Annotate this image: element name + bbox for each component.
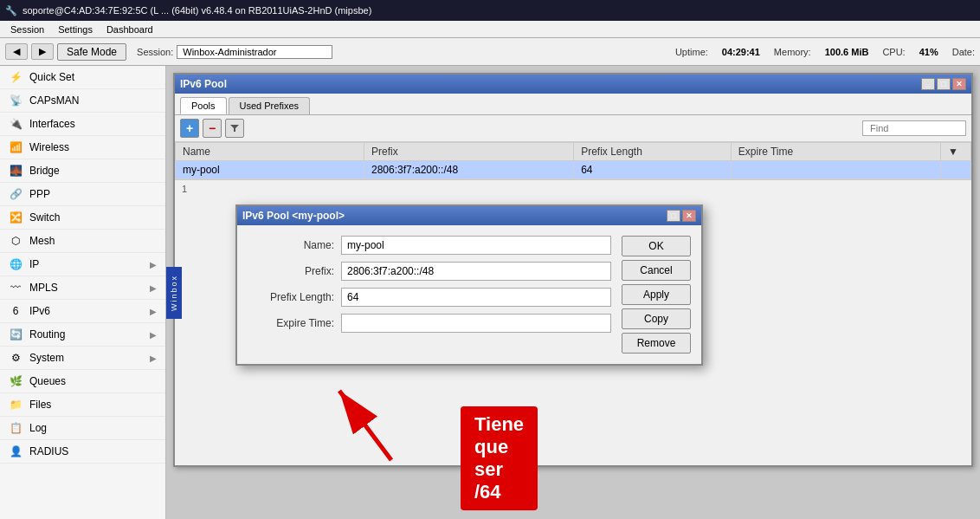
menu-dashboard[interactable]: Dashboard (100, 23, 160, 36)
cell-prefix_length: 64 (574, 161, 732, 179)
sidebar-item-routing[interactable]: 🔄Routing▶ (0, 323, 165, 347)
copy-button[interactable]: Copy (622, 308, 691, 329)
menu-settings[interactable]: Settings (51, 23, 100, 36)
dialog-controls: □ ✕ (667, 210, 696, 222)
title-bar-text: soporte@C4:AD:34:7E:92:5C (L ... (64bit)… (23, 5, 975, 16)
sidebar-icon-quick-set: ⚡ (9, 70, 23, 84)
sidebar-label-files: Files (29, 399, 157, 411)
sidebar-label-interfaces: Interfaces (29, 118, 157, 130)
sidebar-label-bridge: Bridge (29, 165, 157, 177)
field-row-prefix: Prefix: (248, 262, 611, 281)
svg-line-2 (339, 391, 391, 460)
col-dropdown[interactable]: ▼ (940, 143, 970, 161)
apply-button[interactable]: Apply (622, 284, 691, 305)
forward-button[interactable]: ▶ (31, 43, 54, 60)
menu-session[interactable]: Session (3, 23, 51, 36)
tab-pools[interactable]: Pools (180, 97, 227, 114)
sidebar-arrow-ip: ▶ (150, 260, 157, 269)
sidebar-icon-switch: 🔀 (9, 211, 23, 224)
svg-marker-0 (230, 125, 239, 132)
tabs: Pools Used Prefixes (175, 94, 971, 115)
sidebar-item-ppp[interactable]: 🔗PPP (0, 183, 165, 206)
sidebar-item-switch[interactable]: 🔀Switch (0, 206, 165, 230)
field-label-expire-time: Expire Time: (248, 317, 334, 329)
row-count: 1 (175, 179, 971, 198)
sidebar-item-queues[interactable]: 🌿Queues (0, 370, 165, 393)
sidebar-arrow-system: ▶ (150, 354, 157, 363)
sidebar-icon-queues: 🌿 (9, 374, 23, 388)
sidebar-icon-system: ⚙ (9, 351, 23, 365)
cell-name: my-pool (176, 161, 364, 179)
sidebar-icon-routing: 🔄 (9, 328, 23, 341)
close-button[interactable]: ✕ (952, 78, 966, 90)
sidebar-arrow-ipv6: ▶ (150, 307, 157, 316)
sidebar-item-ip[interactable]: 🌐IP▶ (0, 253, 165, 276)
sidebar-label-mesh: Mesh (29, 235, 157, 247)
dialog-resize-button[interactable]: □ (667, 210, 680, 222)
sidebar-item-system[interactable]: ⚙System▶ (0, 347, 165, 370)
remove-button[interactable]: − (203, 119, 222, 138)
sidebar-label-ppp: PPP (29, 188, 157, 200)
field-input-prefix[interactable] (341, 262, 611, 281)
sidebar-label-mpls: MPLS (29, 282, 143, 294)
sidebar-icon-interfaces: 🔌 (9, 117, 23, 131)
sidebar-label-ip: IP (29, 258, 143, 270)
find-input[interactable] (862, 120, 966, 136)
sidebar-icon-mpls: 〰 (9, 281, 23, 295)
cell-extra (940, 161, 970, 179)
field-input-expire-time[interactable] (341, 314, 611, 333)
field-input-prefix-length[interactable] (341, 288, 611, 307)
memory-label: Memory: (774, 47, 811, 57)
sidebar-item-files[interactable]: 📁Files (0, 393, 165, 417)
sidebar-label-ipv6: IPv6 (29, 305, 143, 317)
toolbar: ◀ ▶ Safe Mode Session: Uptime: 04:29:41 … (0, 38, 980, 66)
back-button[interactable]: ◀ (5, 43, 28, 60)
sidebar-item-mesh[interactable]: ⬡Mesh (0, 230, 165, 253)
sidebar-label-capsman: CAPsMAN (29, 94, 157, 107)
remove-button-dialog[interactable]: Remove (622, 333, 691, 354)
tab-used-prefixes[interactable]: Used Prefixes (229, 97, 310, 114)
sidebar-item-quick-set[interactable]: ⚡Quick Set (0, 66, 165, 89)
ok-button[interactable]: OK (622, 236, 691, 256)
sidebar-item-radius[interactable]: 👤RADIUS (0, 440, 165, 464)
sidebar-icon-radius: 👤 (9, 444, 23, 458)
field-label-prefix-length: Prefix Length: (248, 291, 334, 303)
cancel-button[interactable]: Cancel (622, 260, 691, 281)
sidebar-item-interfaces[interactable]: 🔌Interfaces (0, 113, 165, 136)
col-prefix-length: Prefix Length (574, 143, 732, 161)
annotation-label: Tiene que ser /64 (461, 406, 538, 510)
filter-icon (229, 123, 240, 133)
sidebar-label-switch: Switch (29, 211, 157, 224)
sidebar-label-radius: RADIUS (29, 445, 157, 457)
toolbar-right: Uptime: 04:29:41 Memory: 100.6 MiB CPU: … (675, 47, 975, 57)
field-label-name: Name: (248, 239, 334, 251)
filter-button[interactable] (225, 119, 244, 138)
session-label: Session: (137, 47, 173, 57)
pool-window-controls: _ □ ✕ (921, 78, 966, 90)
table-toolbar: + − (175, 115, 971, 142)
sidebar-label-log: Log (29, 422, 157, 434)
date-label: Date: (952, 47, 975, 57)
session-input[interactable] (177, 45, 332, 59)
sidebar-item-capsman[interactable]: 📡CAPsMAN (0, 89, 165, 113)
dialog-buttons: OK Cancel Apply Copy Remove (622, 236, 691, 354)
minimize-button[interactable]: _ (921, 78, 935, 90)
uptime-label: Uptime: (675, 47, 708, 57)
table-header-row: Name Prefix Prefix Length Expire Time ▼ (176, 143, 971, 161)
memory-value: 100.6 MiB (825, 47, 869, 57)
table-row[interactable]: my-pool2806:3f7:a200::/4864 (176, 161, 971, 179)
safe-mode-button[interactable]: Safe Mode (57, 43, 126, 61)
sidebar-item-wireless[interactable]: 📶Wireless (0, 136, 165, 159)
sidebar-item-log[interactable]: 📋Log (0, 417, 165, 440)
sidebar-item-mpls[interactable]: 〰MPLS▶ (0, 276, 165, 300)
field-input-name[interactable] (341, 236, 611, 255)
maximize-button[interactable]: □ (937, 78, 951, 90)
sidebar-item-ipv6[interactable]: 6️IPv6▶ (0, 300, 165, 323)
add-button[interactable]: + (180, 119, 199, 138)
sidebar-icon-files: 📁 (9, 398, 23, 412)
sidebar-label-routing: Routing (29, 328, 143, 341)
table-wrapper: Name Prefix Prefix Length Expire Time ▼ … (175, 142, 971, 179)
dialog-titlebar: IPv6 Pool <my-pool> □ ✕ (237, 206, 701, 225)
sidebar-item-bridge[interactable]: 🌉Bridge (0, 159, 165, 183)
dialog-close-button[interactable]: ✕ (682, 210, 696, 222)
